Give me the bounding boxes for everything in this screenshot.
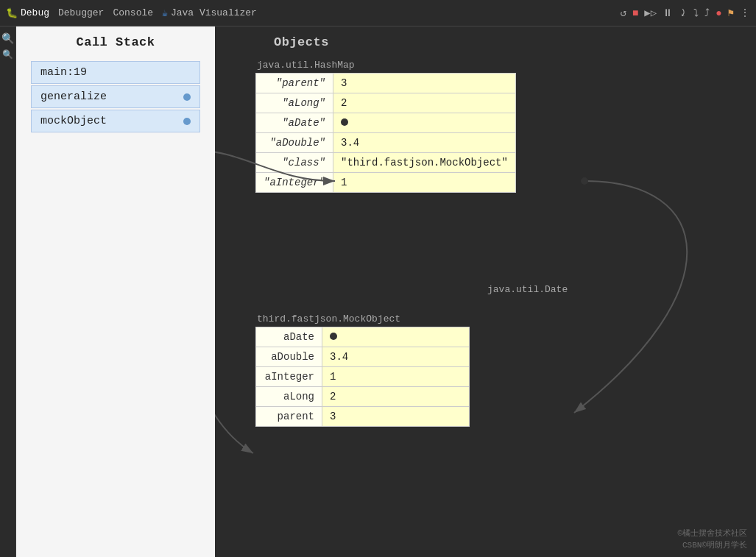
pause-icon[interactable]: ⏸ [663, 7, 673, 19]
step-out-icon[interactable]: ⤴ [704, 7, 710, 19]
objects-panel: Objects java.util.HashMap "parent" 3 "aL… [215, 26, 756, 557]
adate-ref-dot-hashmap [341, 118, 348, 126]
adate-hashmap-far-dot [581, 177, 588, 185]
mockobject-dot [183, 118, 191, 125]
java-icon: ☕ [162, 7, 168, 19]
step-over-icon[interactable]: ⤸ [679, 7, 688, 19]
stop-icon[interactable]: ■ [632, 7, 638, 19]
debugger-menu[interactable]: Debugger [58, 7, 104, 18]
table-row: "parent" 3 [256, 74, 516, 93]
watermark: ©橘士摆舍技术社区CSBN©明朗月学长 [677, 528, 747, 551]
call-stack-item-mockobject[interactable]: mockObject [31, 110, 200, 132]
table-row: aInteger 1 [256, 367, 470, 387]
call-stack-panel: Call Stack main:19 generalize mockObject [16, 26, 215, 557]
debug-menu[interactable]: 🐛 Debug [6, 7, 49, 19]
main-content: 🔍 🔍 Call Stack main:19 generalize mockOb… [0, 26, 756, 557]
generalize-dot [183, 93, 191, 101]
table-row: "aInteger" 1 [256, 173, 516, 193]
table-row-adate: "aDate" [256, 113, 516, 133]
hashmap-label: java.util.HashMap [255, 60, 516, 71]
hashmap-table: "parent" 3 "aLong" 2 "aDate" "aDouble" 3… [255, 73, 516, 193]
bookmark-icon[interactable]: ⚑ [728, 7, 734, 19]
mockobject-to-table-arrow [215, 183, 253, 453]
mockobject-table: aDate aDouble 3.4 aInteger 1 aLong 2 [255, 327, 470, 427]
zoom-out-icon[interactable]: 🔍 [2, 49, 13, 60]
call-stack-header: Call Stack [16, 26, 215, 55]
bug-icon: 🐛 [6, 7, 18, 19]
table-row: aLong 2 [256, 387, 470, 407]
table-row-adate-mock: aDate [256, 327, 470, 347]
table-row: aDouble 3.4 [256, 347, 470, 367]
toolbar: 🐛 Debug Debugger Console ☕ Java Visualiz… [0, 0, 756, 26]
more-icon[interactable]: ⋮ [740, 7, 750, 19]
step-into-icon[interactable]: ⤵ [693, 7, 699, 19]
table-row: parent 3 [256, 407, 470, 427]
adate-ref-dot-mock [330, 333, 337, 340]
refresh-icon[interactable]: ↺ [620, 7, 626, 19]
objects-header: Objects [215, 26, 756, 55]
table-row: "aDouble" 3.4 [256, 133, 516, 153]
mockobject-label: third.fastjson.MockObject [255, 313, 470, 324]
hashmap-container: java.util.HashMap "parent" 3 "aLong" 2 "… [255, 60, 516, 193]
call-stack-items: main:19 generalize mockObject [16, 55, 215, 138]
table-row: "aLong" 2 [256, 93, 516, 113]
left-sidebar-icons: 🔍 🔍 [0, 26, 16, 557]
call-stack-item-main[interactable]: main:19 [31, 61, 200, 84]
adate-to-date-object-arrow [574, 181, 687, 413]
debug-actions: ↺ ■ ▶▷ ⏸ ⤸ ⤵ ⤴ ● ⚑ ⋮ [620, 7, 750, 19]
mockobject-container: third.fastjson.MockObject aDate aDouble … [255, 313, 470, 427]
resume-icon[interactable]: ▶▷ [644, 7, 657, 19]
console-menu[interactable]: Console [113, 7, 153, 18]
java-visualizer-menu[interactable]: ☕ Java Visualizer [162, 7, 257, 19]
zoom-in-icon[interactable]: 🔍 [1, 32, 14, 45]
record-icon[interactable]: ● [716, 7, 721, 19]
table-row: "class" "third.fastjson.MockObject" [256, 153, 516, 173]
date-label: java.util.Date [487, 284, 568, 295]
call-stack-item-generalize[interactable]: generalize [31, 85, 200, 108]
